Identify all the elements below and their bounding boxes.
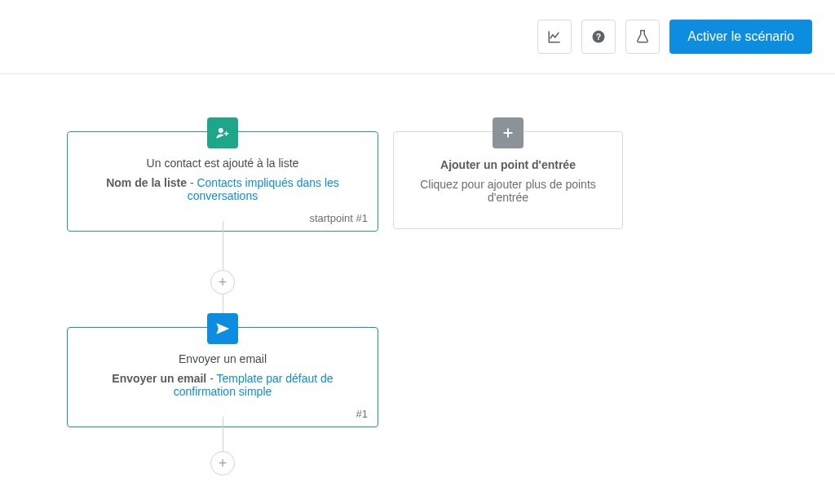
- flask-icon: [635, 29, 650, 44]
- add-step-button[interactable]: +: [210, 451, 235, 475]
- activate-button[interactable]: Activer le scénario: [669, 20, 812, 54]
- connector-line: [223, 417, 223, 451]
- startpoint-badge: [207, 117, 238, 148]
- svg-text:?: ?: [596, 32, 601, 42]
- startpoint-label: Nom de la liste: [106, 176, 187, 189]
- add-entry-card[interactable]: Ajouter un point d'entrée Cliquez pour a…: [393, 131, 623, 229]
- plus-icon: [501, 126, 515, 139]
- email-step-label: Envoyer un email: [112, 372, 206, 385]
- email-step-config: Envoyer un email - Template par défaut d…: [68, 370, 378, 408]
- user-plus-icon: [215, 126, 230, 140]
- add-entry-badge: [493, 117, 524, 148]
- add-step-button[interactable]: +: [210, 270, 235, 294]
- question-circle-icon: ?: [591, 29, 606, 44]
- email-step-card[interactable]: Envoyer un email Envoyer un email - Temp…: [67, 327, 378, 427]
- startpoint-config: Nom de la liste - Contacts impliqués dan…: [68, 175, 378, 212]
- email-step-badge: [207, 313, 238, 344]
- test-button[interactable]: [625, 20, 660, 54]
- plus-icon: +: [219, 455, 228, 472]
- svg-point-2: [219, 128, 223, 133]
- paper-plane-icon: [215, 321, 230, 336]
- help-button[interactable]: ?: [581, 20, 616, 54]
- startpoint-card[interactable]: Un contact est ajouté à la liste Nom de …: [67, 131, 378, 232]
- workflow-canvas[interactable]: Un contact est ajouté à la liste Nom de …: [0, 74, 835, 490]
- analytics-button[interactable]: [537, 20, 572, 54]
- chart-icon: [547, 29, 562, 44]
- startpoint-link[interactable]: Contacts impliqués dans les conversation…: [188, 176, 339, 202]
- plus-icon: +: [219, 274, 228, 291]
- toolbar: ? Activer le scénario: [0, 0, 835, 74]
- connector-line: [223, 221, 223, 270]
- add-entry-desc: Cliquez pour ajouter plus de points d'en…: [394, 175, 622, 228]
